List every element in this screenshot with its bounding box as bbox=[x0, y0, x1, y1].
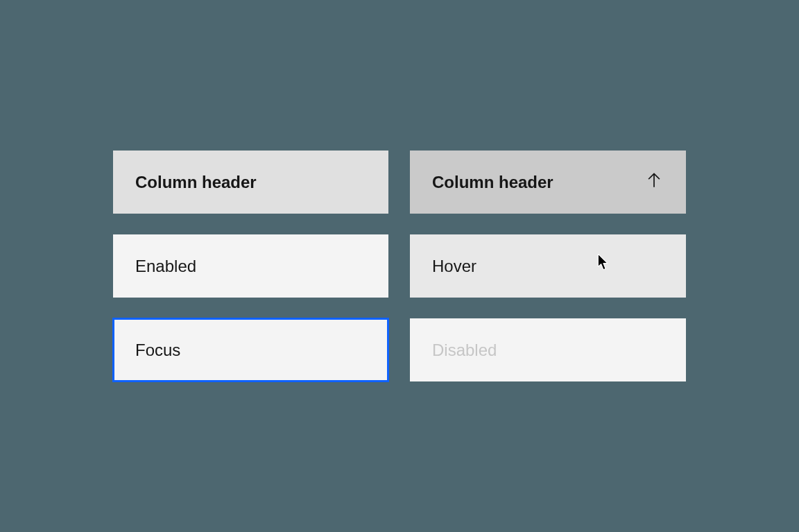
cursor-icon bbox=[597, 254, 611, 272]
row-cell-disabled: Disabled bbox=[410, 318, 686, 381]
states-grid: Column header Column header Enabled Hove… bbox=[113, 151, 686, 381]
column-header-default[interactable]: Column header bbox=[113, 151, 388, 214]
row-cell-enabled[interactable]: Enabled bbox=[113, 234, 388, 298]
row-cell-label: Enabled bbox=[135, 257, 196, 276]
row-cell-label: Focus bbox=[135, 341, 180, 360]
row-cell-label: Disabled bbox=[432, 341, 497, 360]
column-header-hover[interactable]: Column header bbox=[410, 151, 686, 214]
column-header-label: Column header bbox=[432, 173, 553, 192]
row-cell-label: Hover bbox=[432, 257, 476, 276]
arrow-up-icon bbox=[644, 171, 664, 194]
row-cell-focus[interactable]: Focus bbox=[113, 318, 388, 381]
column-header-label: Column header bbox=[135, 173, 257, 192]
row-cell-hover[interactable]: Hover bbox=[410, 234, 686, 298]
